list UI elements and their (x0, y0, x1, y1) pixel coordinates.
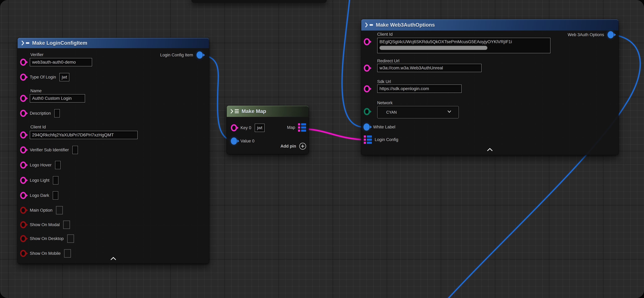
pin-login-config-map-icon[interactable] (364, 136, 372, 144)
pin-redirect-url[interactable] (364, 64, 370, 72)
pin-verifier-sub-identifier[interactable] (20, 146, 26, 154)
pin-logo-light[interactable] (20, 177, 26, 184)
input-type-of-login[interactable]: jwt (60, 73, 69, 81)
pin-sdk-url[interactable] (364, 85, 370, 92)
chevron-down-icon (447, 110, 452, 114)
pin-verifier[interactable] (20, 58, 26, 66)
field-label-verifier-sub-identifier: Verifier Sub Identifier (30, 148, 69, 152)
field-label-client-id: Client Id (30, 125, 46, 130)
add-pin-plus-icon (299, 143, 306, 150)
add-pin-button[interactable]: Add pin (280, 142, 306, 150)
input-redirect-url[interactable]: w3a://com.w3a.Web3AuthUnreal (377, 64, 482, 72)
input-key0[interactable]: jwt (255, 124, 265, 132)
pin-show-on-desktop[interactable] (20, 235, 26, 242)
input-verifier[interactable]: web3auth-auth0-demo (30, 58, 92, 66)
pin-show-on-modal[interactable] (20, 221, 26, 228)
node-make-loginconfigitem[interactable]: Make LoginConfigItem Login Config Item V… (18, 38, 209, 264)
field-label-show-on-modal: Show On Modal (30, 222, 60, 227)
output-pin-map-icon[interactable] (298, 123, 306, 132)
field-label-verifier: Verifier (30, 52, 44, 57)
pin-name[interactable] (20, 95, 26, 102)
field-row-sdk-url: https://sdk.openlogin.com (377, 85, 462, 92)
pin-network[interactable] (364, 108, 370, 115)
field-label-value0: Value 0 (240, 139, 254, 144)
checkbox-show-on-modal[interactable] (63, 220, 70, 229)
field-row-show-on-desktop: Show On Desktop (20, 235, 74, 242)
field-label-network: Network (377, 100, 392, 105)
collapse-chevron-icon[interactable] (486, 148, 494, 152)
make-map-icon (230, 109, 239, 114)
input-logo-light[interactable] (53, 176, 58, 184)
field-label-sdk-url: Sdk Url (377, 79, 391, 84)
input-description[interactable] (54, 109, 60, 118)
pin-type-of-login[interactable] (20, 74, 26, 81)
field-label-key0: Key 0 (240, 126, 251, 130)
input-client-id-scrollbar[interactable] (380, 46, 487, 50)
blueprint-graph-canvas[interactable]: Make LoginConfigItem Login Config Item V… (0, 0, 644, 298)
field-label-logo-hover: Logo Hover (30, 163, 52, 168)
field-label-description: Description (30, 111, 51, 116)
field-row-type-of-login: Type Of Login jwt (20, 74, 69, 81)
field-row-logo-hover: Logo Hover (20, 161, 61, 169)
field-label-show-on-mobile: Show On Mobile (30, 251, 61, 256)
field-label-type-of-login: Type Of Login (30, 75, 56, 80)
make-struct-icon (21, 40, 29, 46)
pin-main-option[interactable] (20, 207, 26, 214)
input-logo-dark[interactable] (53, 191, 58, 200)
output-pin-label: Web 3Auth Options (568, 32, 604, 37)
checkbox-show-on-mobile[interactable] (64, 249, 71, 258)
pin-value0[interactable] (231, 138, 237, 145)
input-verifier-sub-identifier[interactable] (72, 146, 78, 154)
node-header-make-map[interactable]: Make Map (227, 106, 308, 117)
pin-client-id[interactable] (364, 38, 370, 45)
checkbox-show-on-desktop[interactable] (67, 234, 74, 243)
field-row-logo-dark: Logo Dark (20, 192, 58, 199)
pin-logo-dark[interactable] (20, 192, 26, 199)
output-pin-web3auth-options[interactable] (608, 31, 614, 38)
field-row-verifier: web3auth-auth0-demo (20, 58, 92, 66)
field-row-description: Description (20, 110, 60, 117)
field-label-white-label: White Label (373, 125, 396, 130)
pin-client-id[interactable] (20, 132, 26, 138)
input-sdk-url[interactable]: https://sdk.openlogin.com (377, 84, 462, 93)
pin-white-label[interactable] (364, 124, 370, 130)
node-make-map[interactable]: Make Map Key 0 jwt Map Value 0 Add pin (227, 106, 308, 154)
pin-show-on-mobile[interactable] (20, 250, 26, 257)
field-label-logo-light: Logo Light (30, 178, 50, 183)
field-row-show-on-mobile: Show On Mobile (20, 250, 71, 257)
input-name[interactable]: Auth0 Custom Login (30, 94, 85, 102)
checkbox-main-option[interactable] (56, 206, 63, 214)
field-label-redirect-url: Redirect Url (377, 58, 400, 64)
output-row-web3auth-options: Web 3Auth Options (568, 31, 614, 38)
pin-logo-hover[interactable] (20, 162, 26, 169)
field-row-verifier-sub-identifier: Verifier Sub Identifier (20, 146, 78, 154)
field-row-redirect-url: w3a://com.w3a.Web3AuthUnreal (377, 64, 482, 72)
output-pin-login-config-item[interactable] (196, 52, 203, 58)
field-label-login-config: Login Config (375, 137, 398, 142)
node-title: Make Map (242, 108, 266, 114)
output-pin-label: Login Config Item (160, 53, 193, 58)
node-header-make-loginconfigitem[interactable]: Make LoginConfigItem (18, 38, 209, 48)
offscreen-node-bottom-edge (192, 0, 327, 3)
field-label-logo-dark: Logo Dark (30, 193, 49, 198)
node-make-web3authoptions[interactable]: Make Web3AuthOptions Web 3Auth Options C… (361, 19, 618, 155)
input-client-id-text: BEglQSgt4cUWcj6SKRdu5QkOXTsePmMcusG5EAoy… (378, 38, 550, 46)
collapse-chevron-icon[interactable] (110, 256, 117, 261)
node-header-make-web3authoptions[interactable]: Make Web3AuthOptions (361, 19, 618, 30)
input-client-id[interactable]: 294QRkchfq2YaXUbPri7D6PH7xzHgQMT (30, 131, 138, 139)
field-row-logo-light: Logo Light (20, 176, 58, 184)
network-dropdown-value: CYAN (378, 110, 397, 114)
field-row-value0: Value 0 (231, 137, 254, 145)
pin-key0[interactable] (231, 124, 237, 132)
pin-description[interactable] (20, 110, 26, 117)
field-label-show-on-desktop: Show On Desktop (30, 236, 64, 241)
network-dropdown[interactable]: CYAN (377, 106, 459, 118)
output-pin-label-map: Map (287, 125, 295, 130)
add-pin-label: Add pin (280, 144, 296, 149)
field-row-name: Auth0 Custom Login (20, 94, 85, 102)
field-row-key0: Key 0 jwt (231, 124, 265, 132)
input-client-id[interactable]: BEglQSgt4cUWcj6SKRdu5QkOXTsePmMcusG5EAoy… (377, 38, 550, 53)
input-logo-hover[interactable] (55, 161, 61, 169)
field-label-client-id: Client Id (377, 32, 392, 37)
field-row-show-on-modal: Show On Modal (20, 221, 70, 228)
